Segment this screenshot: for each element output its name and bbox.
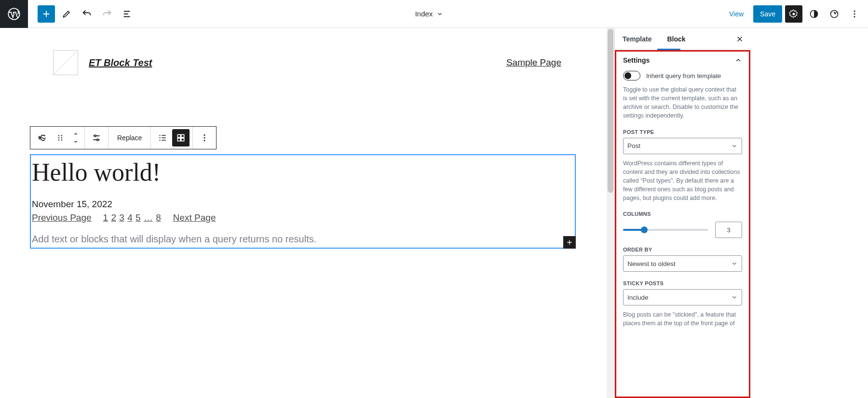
chevron-down-icon (731, 294, 738, 301)
drag-handle-icon[interactable] (52, 129, 69, 146)
inserter-button[interactable] (38, 5, 55, 23)
chevron-up-icon (734, 56, 742, 64)
svg-point-6 (854, 16, 855, 17)
svg-point-20 (204, 137, 205, 139)
undo-button[interactable] (78, 5, 95, 23)
close-sidebar-button[interactable] (732, 31, 747, 47)
replace-button[interactable]: Replace (111, 134, 148, 142)
editor-topbar: Index View Save (0, 0, 868, 28)
sidebar-tabs: Template Block (615, 28, 750, 50)
tab-template[interactable]: Template (615, 28, 659, 50)
document-label: Index (415, 10, 433, 18)
post-title[interactable]: Hello world! (32, 158, 575, 186)
canvas-scrollbar[interactable] (607, 28, 614, 398)
order-by-select[interactable]: Newest to oldest (623, 255, 742, 272)
display-settings-icon[interactable] (88, 129, 105, 146)
chevron-down-icon (731, 143, 738, 149)
settings-panel-toggle[interactable]: Settings (623, 56, 742, 64)
svg-point-12 (61, 139, 62, 140)
svg-point-5 (854, 13, 855, 14)
svg-point-19 (204, 134, 205, 136)
settings-toggle[interactable] (785, 5, 802, 23)
page-right-gutter (750, 28, 868, 398)
view-button[interactable]: View (722, 5, 750, 23)
sticky-posts-help: Blog posts can be "stickied", a feature … (623, 310, 742, 328)
columns-input[interactable]: 3 (715, 222, 742, 238)
list-layout-icon[interactable] (154, 129, 171, 146)
post-type-help: WordPress contains different types of co… (623, 159, 742, 203)
svg-point-3 (831, 10, 838, 17)
appender-button[interactable] (563, 236, 576, 249)
navigate-button[interactable] (826, 5, 843, 23)
pagination-prev[interactable]: Previous Page (32, 212, 92, 223)
pagination-next[interactable]: Next Page (173, 212, 216, 223)
svg-point-21 (204, 140, 205, 141)
block-toolbar: Replace (30, 126, 217, 149)
svg-rect-15 (178, 134, 181, 137)
wordpress-logo[interactable] (0, 0, 28, 28)
svg-point-10 (61, 137, 62, 138)
template-site-header: ET Block Test Sample Page (0, 28, 614, 75)
sticky-posts-label: STICKY POSTS (623, 280, 742, 286)
tab-block[interactable]: Block (659, 28, 693, 50)
site-logo-placeholder[interactable] (53, 50, 78, 75)
svg-rect-17 (178, 138, 181, 141)
inherit-query-help: Toggle to use the global query context t… (623, 85, 742, 120)
columns-label: COLUMNS (623, 211, 742, 217)
svg-point-13 (95, 135, 96, 137)
block-more-menu[interactable] (196, 129, 213, 146)
block-type-query-loop-icon[interactable] (33, 129, 51, 146)
block-movers[interactable] (70, 130, 81, 146)
settings-panel-title: Settings (623, 56, 650, 64)
inherit-query-label: Inherit query from template (646, 72, 721, 80)
svg-point-8 (61, 135, 62, 136)
settings-highlight-region: Settings Inherit query from template Tog… (615, 50, 750, 398)
svg-point-7 (58, 135, 59, 136)
grid-layout-icon[interactable] (172, 129, 190, 146)
nav-link-sample-page[interactable]: Sample Page (506, 57, 561, 68)
svg-rect-16 (181, 134, 184, 137)
columns-slider[interactable] (623, 229, 708, 231)
svg-point-4 (854, 10, 855, 12)
inherit-query-toggle[interactable] (623, 71, 640, 80)
document-switcher[interactable]: Index (136, 10, 722, 18)
site-title[interactable]: ET Block Test (89, 57, 152, 68)
svg-point-9 (58, 137, 59, 138)
order-by-label: ORDER BY (623, 247, 742, 252)
post-type-select[interactable]: Post (623, 138, 742, 154)
editor-canvas[interactable]: ET Block Test Sample Page (0, 28, 614, 398)
chevron-down-icon (731, 260, 738, 267)
scrollbar-thumb[interactable] (608, 29, 613, 193)
list-view-button[interactable] (119, 5, 136, 23)
styles-button[interactable] (805, 5, 823, 23)
no-results-placeholder[interactable]: Add text or blocks that will display whe… (32, 234, 575, 245)
more-menu-button[interactable] (846, 5, 863, 23)
post-date[interactable]: November 15, 2022 (32, 199, 575, 210)
edit-mode-button[interactable] (58, 5, 75, 23)
svg-point-1 (793, 13, 795, 15)
settings-sidebar: Template Block Settings Inherit query fr… (614, 28, 750, 398)
svg-point-14 (97, 139, 99, 141)
post-type-label: POST TYPE (623, 129, 742, 135)
pagination-numbers[interactable]: 1 2 3 4 5 … 8 (103, 212, 162, 223)
svg-point-11 (58, 139, 59, 140)
query-loop-block[interactable]: Hello world! November 15, 2022 Previous … (30, 154, 576, 249)
svg-rect-18 (181, 138, 184, 141)
redo-button[interactable] (98, 5, 116, 23)
sticky-posts-select[interactable]: Include (623, 289, 742, 305)
query-pagination[interactable]: Previous Page 1 2 3 4 5 … 8 Next Page (32, 212, 575, 223)
tab-active-indicator (657, 49, 680, 50)
chevron-down-icon (436, 11, 443, 17)
save-button[interactable]: Save (753, 5, 782, 23)
